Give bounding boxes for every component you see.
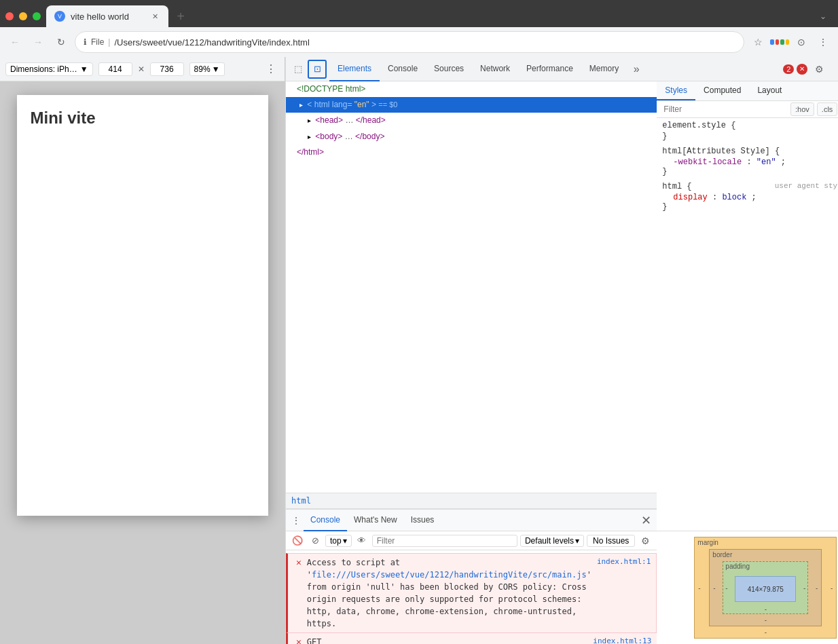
tab-network[interactable]: Network [472, 57, 518, 81]
height-input[interactable] [150, 62, 184, 76]
new-tab-button[interactable]: + [171, 7, 190, 26]
menu-button[interactable]: ⋮ [814, 33, 833, 52]
device-frame: Mini vite [0, 81, 285, 644]
top-context-label: top [330, 536, 342, 546]
border-right-val: - [816, 584, 818, 592]
tab-memory[interactable]: Memory [581, 57, 627, 81]
top-context-dropdown: ▾ [343, 536, 347, 546]
dom-line-doctype[interactable]: <!DOCTYPE html> [286, 81, 657, 97]
console-error-1: ✕ Access to script at 'file:///Users/swe… [286, 553, 657, 633]
clear-console-button[interactable]: 🚫 [290, 533, 305, 548]
css-selector-html[interactable]: html { user agent stylesheet [662, 182, 838, 191]
default-levels-label: Default levels [525, 536, 574, 546]
top-context-select[interactable]: top ▾ [325, 535, 352, 547]
console-filter-button[interactable]: ⊘ [308, 533, 323, 548]
console-settings-button[interactable]: ⚙ [638, 533, 653, 548]
expand-html[interactable]: ▸ [297, 100, 305, 108]
cls-filter-button[interactable]: .cls [817, 102, 838, 116]
file-label: File [91, 37, 104, 47]
console-tab-console[interactable]: Console [304, 510, 347, 531]
page-heading: Mini vite [31, 109, 255, 128]
tab-elements[interactable]: Elements [329, 57, 380, 81]
devtools-tabs-more[interactable]: » [627, 60, 646, 79]
console-filter-input[interactable] [372, 535, 517, 547]
no-issues-button[interactable]: No Issues [587, 535, 635, 547]
padding-label: padding [725, 563, 750, 570]
css-prop-display[interactable]: display : block ; [662, 193, 838, 202]
expand-body[interactable]: ▸ [305, 132, 313, 140]
box-model-diagram: margin - - - border - - - [694, 537, 837, 639]
tab-close-button[interactable]: ✕ [149, 11, 160, 22]
margin-bottom-val: - [765, 628, 767, 636]
address-text: /Users/sweet/vue/1212/handwritingVite/in… [114, 37, 735, 48]
extensions-button[interactable] [770, 33, 789, 52]
device-name: Dimensions: iPh… [10, 64, 77, 74]
reload-button[interactable]: ↻ [52, 33, 71, 52]
css-close-3: } [662, 202, 838, 212]
styles-tab-layout[interactable]: Layout [749, 81, 790, 100]
dom-line-html[interactable]: ▸ < html lang= "en" > == $0 [286, 97, 657, 113]
css-rule-html: html { user agent stylesheet display : b… [662, 182, 838, 212]
tab-favicon: V [54, 11, 65, 22]
hov-filter-button[interactable]: :hov [790, 102, 814, 116]
error-icon-1: ✕ [296, 557, 302, 630]
box-model-container: margin - - - border - - - [657, 531, 838, 644]
css-selector-attributes[interactable]: html[Attributes Style] { [662, 147, 838, 156]
dom-panel: <!DOCTYPE html> ▸ < html lang= "en" > ==… [286, 81, 657, 493]
error-count-badge: 2 [783, 64, 794, 74]
tab-performance[interactable]: Performance [518, 57, 581, 81]
default-levels-dropdown: ▾ [575, 536, 579, 546]
error-2-source-link[interactable]: index.html:13 [593, 637, 651, 644]
styles-filter-input[interactable] [661, 102, 790, 116]
info-icon: ℹ [84, 37, 87, 47]
styles-tab-computed[interactable]: Computed [695, 81, 749, 100]
error-icon-2: ✕ [296, 637, 302, 644]
profile-button[interactable]: ⊙ [792, 33, 811, 52]
inspect-element-button[interactable]: ⬚ [289, 60, 308, 79]
console-close-button[interactable]: ✕ [638, 512, 654, 529]
dom-breadcrumb[interactable]: html [286, 493, 657, 508]
margin-right-val: - [831, 584, 833, 592]
dom-line-head[interactable]: ▸ <head> … </head> [286, 113, 657, 128]
back-button[interactable]: ← [5, 33, 24, 52]
default-levels-select[interactable]: Default levels ▾ [520, 535, 584, 547]
styles-tab-styles[interactable]: Styles [657, 81, 695, 100]
device-toolbar-more[interactable]: ⋮ [263, 60, 279, 78]
margin-label: margin [697, 539, 718, 546]
padding-left-val: - [725, 584, 727, 592]
error-1-source-link[interactable]: index.html:1 [597, 557, 651, 566]
error-text-2: GET file:///Users/sweet/vue/1212/handwri… [307, 636, 587, 644]
browser-tab[interactable]: V vite hello world ✕ [46, 5, 168, 27]
devtools-more-button[interactable]: ⋮ [831, 60, 838, 78]
zoom-select[interactable]: 89% ▼ [189, 62, 225, 76]
bookmark-button[interactable]: ☆ [748, 33, 767, 52]
expand-head[interactable]: ▸ [305, 115, 313, 124]
border-label: border [712, 551, 732, 558]
width-input[interactable] [98, 62, 132, 76]
device-select[interactable]: Dimensions: iPh… ▼ [5, 62, 93, 76]
css-selector-element[interactable]: element.style { [662, 121, 838, 130]
console-tab-whats-new[interactable]: What's New [347, 510, 404, 531]
console-tab-issues[interactable]: Issues [404, 510, 441, 531]
dom-line-html-close[interactable]: </html> [286, 145, 657, 160]
content-dimensions: 414×79.875 [748, 586, 784, 593]
css-close-1: } [662, 132, 838, 141]
error-icon: ✕ [797, 64, 807, 75]
tab-sources[interactable]: Sources [426, 57, 472, 81]
css-origin-label: user agent stylesheet [775, 182, 838, 190]
device-mode-button[interactable]: ⊡ [308, 60, 327, 79]
error-script-link[interactable]: file:///Users/sweet/vue/1212/handwriting… [312, 570, 587, 580]
devtools-settings-button[interactable]: ⚙ [810, 60, 828, 78]
tab-console[interactable]: Console [380, 57, 426, 81]
styles-tab-bar: Styles Computed Layout » [657, 81, 838, 101]
css-prop-webkit-locale[interactable]: -webkit-locale : "en" ; [662, 157, 838, 167]
console-panel: ⋮ Console What's New Issues ✕ 🚫 ⊘ top ▾ [286, 508, 657, 644]
console-toolbar: 🚫 ⊘ top ▾ 👁 Default levels ▾ No Issues [286, 531, 657, 550]
error-text-1: Access to script at 'file:///Users/sweet… [307, 556, 591, 630]
dom-line-body[interactable]: ▸ <body> … </body> [286, 129, 657, 145]
create-live-expression-button[interactable]: 👁 [354, 533, 369, 548]
address-bar[interactable]: ℹ File | /Users/sweet/vue/1212/handwriti… [75, 31, 744, 53]
forward-button[interactable]: → [29, 33, 48, 52]
console-more-options[interactable]: ⋮ [289, 513, 304, 528]
device-screen: Mini vite [17, 95, 268, 516]
